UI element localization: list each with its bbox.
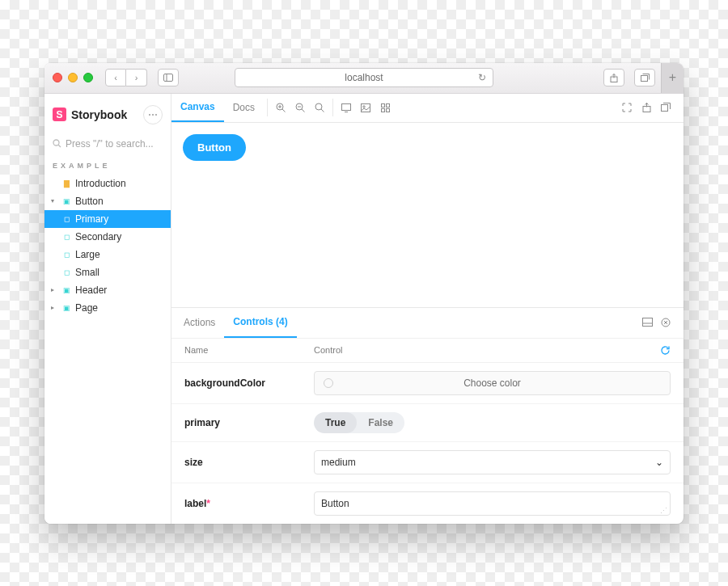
- new-tab-button[interactable]: +: [661, 63, 684, 94]
- copy-icon: [661, 103, 671, 112]
- separator: [267, 99, 268, 116]
- component-icon: ▣: [62, 197, 71, 205]
- svg-rect-15: [342, 103, 351, 110]
- fullscreen-icon: [622, 103, 632, 112]
- search-icon: [53, 139, 61, 148]
- tab-controls[interactable]: Controls (4): [224, 307, 296, 338]
- story-tree: ▇ Introduction ▾ ▣ Button ◻ Primary ◻ Se…: [44, 175, 171, 317]
- share-icon: [642, 103, 651, 112]
- zoom-in-icon: [276, 103, 286, 113]
- browser-titlebar: ‹ › localhost ↻ +: [44, 63, 684, 94]
- share-button[interactable]: [603, 69, 624, 86]
- tab-docs[interactable]: Docs: [224, 93, 264, 122]
- tab-actions[interactable]: Actions: [175, 307, 224, 338]
- storybook-app: S Storybook ⋯ Press "/" to search... EXA…: [44, 94, 684, 524]
- resize-grip-icon: ⋰: [660, 508, 667, 514]
- storybook-mark-icon: S: [53, 108, 66, 121]
- viewport-icon: [341, 103, 351, 112]
- zoom-out-button[interactable]: [290, 103, 310, 113]
- sidebar: S Storybook ⋯ Press "/" to search... EXA…: [44, 94, 171, 524]
- sidebar-icon: [163, 74, 173, 82]
- panel-icon: [642, 318, 653, 327]
- svg-rect-3: [641, 76, 647, 82]
- tree-item-large[interactable]: ◻ Large: [44, 246, 171, 263]
- panel-position-button[interactable]: [642, 318, 653, 327]
- story-icon: ◻: [62, 233, 71, 241]
- back-button[interactable]: ‹: [105, 69, 126, 86]
- tree-item-introduction[interactable]: ▇ Introduction: [44, 175, 171, 192]
- toggle-true[interactable]: True: [314, 412, 357, 433]
- preview-toolbar: Canvas Docs: [171, 94, 684, 123]
- viewport-button[interactable]: [336, 103, 356, 112]
- boolean-toggle[interactable]: True False: [314, 412, 404, 433]
- url-bar[interactable]: localhost ↻: [235, 68, 493, 87]
- color-picker[interactable]: Choose color: [314, 371, 671, 395]
- tree-item-page[interactable]: ▸ ▣ Page: [44, 299, 171, 317]
- url-text: localhost: [345, 72, 383, 83]
- tree-item-header[interactable]: ▸ ▣ Header: [44, 281, 171, 299]
- ellipsis-icon: ⋯: [148, 109, 158, 120]
- nav-buttons: ‹ ›: [105, 69, 147, 86]
- story-icon: ◻: [62, 268, 71, 276]
- background-button[interactable]: [356, 103, 375, 112]
- component-icon: ▣: [62, 286, 71, 294]
- control-primary: primary True False: [171, 404, 684, 442]
- control-size: size medium ⌄: [171, 442, 684, 483]
- size-select[interactable]: medium ⌄: [314, 450, 671, 474]
- grid-icon: [381, 103, 390, 112]
- share-icon: [610, 74, 618, 82]
- story-icon: ◻: [62, 215, 71, 223]
- reset-controls-button[interactable]: [660, 345, 671, 356]
- image-icon: [361, 103, 370, 112]
- traffic-light-close[interactable]: [53, 73, 62, 82]
- caret-right-icon: ▸: [51, 304, 58, 311]
- storybook-logo[interactable]: S Storybook: [53, 108, 127, 121]
- sidebar-menu-button[interactable]: ⋯: [143, 105, 163, 124]
- tree-item-secondary[interactable]: ◻ Secondary: [44, 228, 171, 246]
- main-panel: Canvas Docs Button: [171, 94, 684, 524]
- col-control: Control: [314, 345, 660, 356]
- grid-button[interactable]: [375, 103, 395, 112]
- svg-rect-0: [164, 74, 173, 82]
- col-name: Name: [184, 345, 314, 356]
- close-icon: [661, 318, 671, 327]
- tree-item-button[interactable]: ▾ ▣ Button: [44, 192, 171, 210]
- preview-primary-button[interactable]: Button: [183, 134, 246, 161]
- svg-point-18: [363, 105, 365, 107]
- svg-rect-24: [662, 105, 668, 112]
- traffic-light-zoom[interactable]: [83, 73, 93, 82]
- zoom-reset-icon: [315, 103, 325, 113]
- svg-rect-25: [643, 318, 653, 327]
- zoom-in-button[interactable]: [271, 103, 290, 113]
- control-label: label* Button ⋰: [171, 483, 684, 524]
- copy-link-button[interactable]: [656, 103, 675, 112]
- controls-header: Name Control: [171, 339, 684, 363]
- fullscreen-button[interactable]: [617, 103, 637, 112]
- svg-rect-22: [386, 108, 389, 112]
- svg-rect-20: [386, 103, 389, 107]
- tree-item-primary[interactable]: ◻ Primary: [44, 210, 171, 228]
- tree-item-small[interactable]: ◻ Small: [44, 263, 171, 281]
- forward-button[interactable]: ›: [126, 69, 147, 86]
- zoom-out-icon: [295, 103, 306, 113]
- tab-canvas[interactable]: Canvas: [171, 93, 224, 122]
- addons-panel: Actions Controls (4) Name Control backgr…: [171, 307, 684, 524]
- chevron-down-icon: ⌄: [655, 457, 663, 468]
- close-panel-button[interactable]: [661, 318, 671, 327]
- svg-line-14: [321, 109, 324, 112]
- label-input[interactable]: Button ⋰: [314, 491, 671, 516]
- sidebar-toggle-button[interactable]: [158, 69, 179, 86]
- sidebar-section-label: EXAMPLE: [44, 162, 171, 170]
- tabs-icon: [641, 74, 650, 82]
- zoom-reset-button[interactable]: [310, 103, 329, 113]
- tabs-button[interactable]: [634, 69, 655, 86]
- caret-right-icon: ▸: [51, 286, 58, 293]
- search-input[interactable]: Press "/" to search...: [53, 134, 163, 154]
- toggle-false[interactable]: False: [357, 412, 404, 433]
- svg-line-5: [58, 145, 61, 147]
- open-in-new-button[interactable]: [637, 103, 656, 112]
- svg-line-7: [282, 109, 286, 112]
- traffic-light-minimize[interactable]: [68, 73, 78, 82]
- reload-icon[interactable]: ↻: [478, 72, 486, 83]
- reset-icon: [660, 345, 671, 356]
